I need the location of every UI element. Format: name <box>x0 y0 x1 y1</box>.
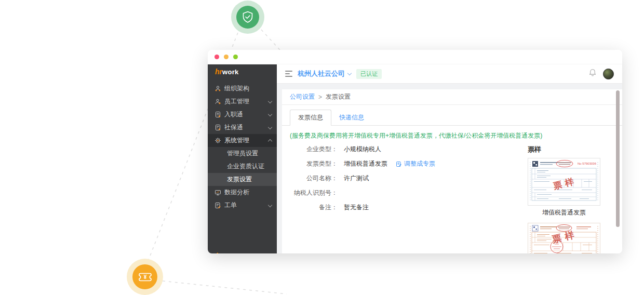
form-row-tax-id: 纳税人识别号： <box>282 189 528 197</box>
chevron-down-icon <box>268 99 272 103</box>
logo-work-text: work <box>222 68 239 76</box>
sidebar: hr work 组织架构 员工管理 <box>208 64 277 253</box>
sidebar-item-label: 入职通 <box>224 110 265 119</box>
sidebar-subitem-label: 发票设置 <box>227 175 252 184</box>
user-avatar[interactable] <box>603 69 614 79</box>
verified-status-badge: 已认证 <box>356 69 382 79</box>
link-label: 调整成专票 <box>404 159 435 168</box>
data-analysis-icon <box>214 189 221 196</box>
tab-invoice-info[interactable]: 发票信息 <box>290 110 331 126</box>
main-header: 杭州人社云公司 已认证 <box>277 64 622 84</box>
adjust-to-special-invoice-link[interactable]: 调整成专票 <box>396 159 435 168</box>
chevron-up-icon <box>268 139 272 143</box>
field-value: 许广测试 <box>344 174 369 183</box>
company-name: 杭州人社云公司 <box>298 69 345 78</box>
sidebar-subitem-enterprise-qualification[interactable]: 企业资质认证 <box>208 160 277 173</box>
employee-management-icon <box>214 98 221 105</box>
sidebar-item-social-security[interactable]: 社保通 <box>208 121 277 134</box>
sidebar-subitem-invoice-settings[interactable]: 发票设置 <box>208 173 277 186</box>
onboarding-icon <box>214 111 221 118</box>
sidebar-item-label: 组织架构 <box>224 84 272 93</box>
app-body: hr work 组织架构 员工管理 <box>208 64 622 253</box>
form-row-invoice-type: 发票类型： 增值税普通发票 调整成专票 <box>282 159 528 168</box>
field-label: 企业类型： <box>282 145 338 154</box>
sidebar-item-label: 社保通 <box>224 123 265 132</box>
field-value: 小规模纳税人 <box>344 145 381 154</box>
invoice-sample-image-2: 票样 <box>528 223 600 253</box>
panel-body: 企业类型： 小规模纳税人 发票类型： 增值税普通发票 调整成专票 <box>282 145 622 253</box>
sidebar-subitem-label: 管理员设置 <box>227 149 258 158</box>
sidebar-item-label: 工单 <box>224 201 265 210</box>
field-label: 发票类型： <box>282 159 338 168</box>
invoice-badge-decoration: ¥ <box>127 259 163 295</box>
sidebar-item-data-analysis[interactable]: 数据分析 <box>208 186 277 199</box>
system-management-icon <box>214 137 221 144</box>
sidebar-subitem-label: 企业资质认证 <box>227 162 264 171</box>
invoice-settings-form: 企业类型： 小规模纳税人 发票类型： 增值税普通发票 调整成专票 <box>282 145 528 253</box>
sidebar-item-work-order[interactable]: 工单 <box>208 199 277 212</box>
work-order-icon <box>214 202 221 209</box>
breadcrumb-current: 发票设置 <box>326 92 351 101</box>
ticket-yen-icon: ¥ <box>132 264 157 289</box>
settings-panel: 公司设置 > 发票设置 发票信息 快递信息 (服务费及商保费用将开增值税专用+增… <box>282 89 622 253</box>
field-label: 纳税人识别号： <box>282 189 338 197</box>
hrwork-logo: hr work <box>208 64 277 82</box>
collapse-menu-icon[interactable] <box>285 71 292 77</box>
sidebar-item-label: 员工管理 <box>224 97 265 106</box>
svg-text:¥: ¥ <box>143 274 146 280</box>
main-area: 杭州人社云公司 已认证 公司设置 > <box>277 64 622 253</box>
tab-express-info[interactable]: 快递信息 <box>331 110 372 125</box>
form-row-company-name: 公司名称： 许广测试 <box>282 174 528 183</box>
sidebar-item-onboarding[interactable]: 入职通 <box>208 108 277 121</box>
sample-title: 票样 <box>528 145 600 154</box>
breadcrumb: 公司设置 > 发票设置 <box>282 89 622 105</box>
field-value: 增值税普通发票 <box>344 159 387 168</box>
invoice-number: No 57903036 <box>578 162 597 165</box>
field-label: 备注： <box>282 203 338 212</box>
content-area: 公司设置 > 发票设置 发票信息 快递信息 (服务费及商保费用将开增值税专用+增… <box>277 84 622 253</box>
chevron-down-icon <box>268 203 272 207</box>
sidebar-item-org-structure[interactable]: 组织架构 <box>208 82 277 95</box>
chevron-down-icon <box>268 125 272 129</box>
minimize-window-button[interactable] <box>224 55 229 59</box>
breadcrumb-company-settings-link[interactable]: 公司设置 <box>290 92 315 101</box>
invoice-sample-caption: 增值税普通发票 <box>528 208 600 217</box>
company-selector[interactable]: 杭州人社云公司 <box>298 69 351 78</box>
shield-check-icon <box>236 6 259 29</box>
invoice-sample-image-1: No 57903036 <box>528 158 600 206</box>
form-row-remark: 备注： 暂无备注 <box>282 203 528 212</box>
sidebar-item-system-management[interactable]: 系统管理 <box>208 134 277 147</box>
sidebar-item-label: 系统管理 <box>224 136 265 145</box>
app-window: hr work 组织架构 员工管理 <box>208 50 622 253</box>
org-structure-icon <box>214 85 221 92</box>
chevron-down-icon <box>268 112 272 116</box>
vertical-scrollbar-thumb[interactable] <box>616 90 620 227</box>
canvas: ¥ hr work <box>0 0 644 295</box>
field-label: 公司名称： <box>282 174 338 183</box>
form-row-company-type: 企业类型： 小规模纳税人 <box>282 145 528 154</box>
field-value: 暂无备注 <box>344 203 369 212</box>
edit-document-icon <box>396 161 402 167</box>
notification-bell-icon[interactable] <box>589 69 596 79</box>
chevron-down-icon <box>347 71 352 75</box>
sidebar-item-label: 数据分析 <box>224 188 272 197</box>
sidebar-subitem-admin-settings[interactable]: 管理员设置 <box>208 147 277 160</box>
social-security-icon <box>214 124 221 131</box>
window-titlebar <box>208 50 622 64</box>
breadcrumb-separator: > <box>318 93 322 101</box>
invoice-sample-section: 票样 <box>528 145 600 253</box>
sidebar-item-employee-management[interactable]: 员工管理 <box>208 95 277 108</box>
logo-hr-text: hr <box>215 68 222 76</box>
maximize-window-button[interactable] <box>233 55 238 59</box>
tab-bar: 发票信息 快递信息 <box>282 105 622 126</box>
security-badge-decoration <box>231 1 264 34</box>
close-window-button[interactable] <box>214 55 219 59</box>
invoice-notice-text: (服务费及商保费用将开增值税专用+增值税普通发票，代缴社保/公积金将开增值税普通… <box>290 131 614 140</box>
